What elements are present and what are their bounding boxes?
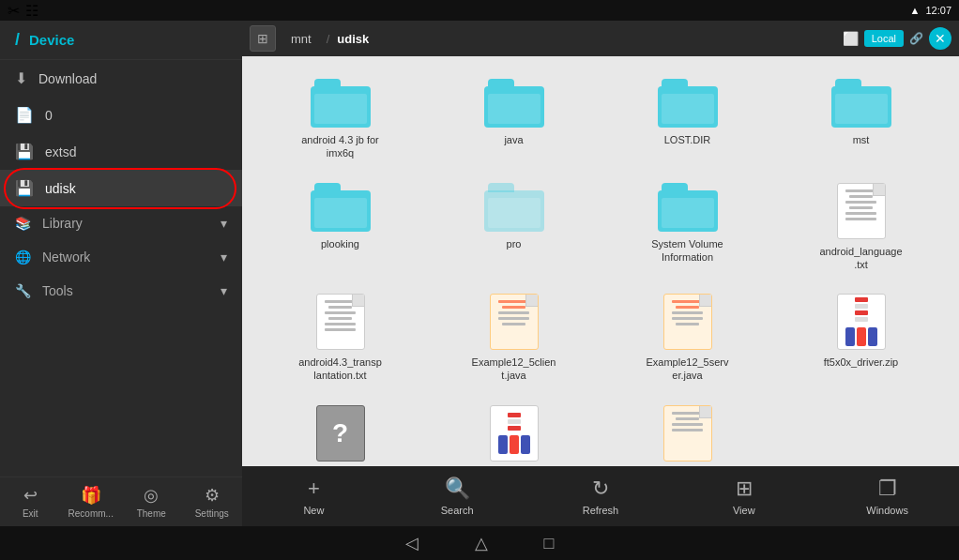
sidebar-item-zero[interactable]: 📄 0: [0, 97, 242, 133]
javafile2-icon: [490, 405, 539, 462]
file-item-pro[interactable]: pro: [431, 175, 597, 280]
time-display: 12:07: [925, 5, 951, 16]
windows-button[interactable]: ❐ Windows: [815, 471, 959, 522]
sidebar-section-tools[interactable]: 🔧 Tools ▾: [0, 274, 242, 308]
settings-icon: ⚙: [205, 485, 220, 506]
refresh-label: Refresh: [583, 505, 619, 516]
toolbar-right: ⬜ Local 🔗 ✕: [843, 27, 951, 50]
file-item-example12client[interactable]: Example12_5client.java: [431, 286, 597, 390]
settings-label: Settings: [195, 508, 229, 519]
file-name-java: java: [504, 133, 523, 146]
file-item-android43trans[interactable]: android4.3_transplantation.txt: [257, 286, 423, 390]
file-name-androidlang: android_language.txt: [819, 245, 904, 272]
grid-view-button[interactable]: ⊞: [250, 25, 276, 52]
sidebar: / Device ⬇ Download 📄 0 💾 extsd 💾 udisk …: [0, 21, 242, 526]
file-item-example12server[interactable]: Example12_5server.java: [604, 286, 770, 390]
textfile-icon-android43trans: [316, 294, 365, 350]
file-item-lostdir[interactable]: LOST.DIR: [604, 71, 770, 168]
file-name-android43: android 4.3 jb for imx6q: [298, 133, 383, 160]
refresh-icon: ↻: [592, 477, 609, 501]
theme-icon: ◎: [144, 485, 159, 506]
javafile-icon-client: [490, 294, 539, 350]
file-item-unknown1[interactable]: ?: [257, 398, 423, 466]
network-chevron: ▾: [221, 250, 227, 265]
view-icon: ⊞: [736, 477, 753, 501]
file-name-systemvolume: System Volume Information: [646, 237, 730, 265]
home-button[interactable]: △: [475, 533, 488, 553]
file-item-android43[interactable]: android 4.3 jb for imx6q: [257, 71, 423, 168]
exit-icon: ↩: [23, 485, 38, 506]
folder-icon-lostdir: [658, 79, 718, 128]
file-toolbar: ⊞ mnt / udisk ⬜ Local 🔗 ✕: [242, 21, 959, 56]
exit-button[interactable]: ↩ Exit: [0, 477, 61, 526]
sidebar-item-extsd[interactable]: 💾 extsd: [0, 133, 242, 170]
file-item-javafile3[interactable]: [604, 398, 770, 466]
tablet-icon: ⬜: [843, 31, 859, 46]
textfile-icon-androidlang: [837, 183, 886, 239]
file-icon-zero: 📄: [15, 106, 34, 124]
file-area: ⊞ mnt / udisk ⬜ Local 🔗 ✕: [242, 21, 959, 526]
recommend-label: Recomm...: [68, 508, 114, 519]
sidebar-item-download[interactable]: ⬇ Download: [0, 60, 242, 97]
link-icon: 🔗: [909, 32, 923, 45]
recommend-button[interactable]: 🎁 Recomm...: [61, 477, 122, 526]
file-item-javafile2[interactable]: [431, 398, 597, 466]
file-name-pro: pro: [507, 237, 522, 250]
udisk-icon: 💾: [15, 179, 34, 197]
file-item-ft5x0x[interactable]: ft5x0x_driver.zip: [778, 286, 944, 390]
view-button[interactable]: ⊞ View: [672, 471, 815, 522]
search-button[interactable]: 🔍 Search: [386, 471, 529, 522]
file-name-plooking: plooking: [321, 237, 359, 250]
sidebar-label-download: Download: [38, 71, 97, 86]
theme-button[interactable]: ◎ Theme: [121, 477, 182, 526]
new-icon: +: [308, 477, 320, 501]
file-item-androidlang[interactable]: android_language.txt: [778, 175, 944, 280]
file-item-java[interactable]: java: [431, 71, 597, 168]
file-item-mst[interactable]: mst: [778, 71, 944, 168]
folder-icon-mst: [831, 79, 891, 128]
new-button[interactable]: + New: [242, 471, 386, 522]
path-udisk[interactable]: udisk: [337, 32, 369, 46]
recommend-icon: 🎁: [81, 485, 101, 506]
local-button[interactable]: Local: [864, 30, 904, 47]
status-bar: ✂ ☷ ▲ 12:07: [0, 0, 959, 21]
exit-label: Exit: [23, 508, 38, 519]
file-name-example12server: Example12_5server.java: [646, 356, 730, 383]
sidebar-item-udisk[interactable]: 💾 udisk: [0, 170, 242, 206]
back-button[interactable]: ◁: [405, 533, 419, 553]
recent-button[interactable]: □: [544, 534, 555, 553]
scissor-icon: ✂: [8, 2, 20, 20]
path-mnt[interactable]: mnt: [283, 28, 319, 50]
view-label: View: [733, 505, 755, 516]
grid-icon: ☷: [25, 2, 38, 20]
file-item-plooking[interactable]: plooking: [257, 175, 423, 280]
tools-label: Tools: [42, 283, 73, 298]
tools-chevron: ▾: [221, 283, 227, 298]
sidebar-label-udisk: udisk: [45, 181, 76, 196]
download-icon: ⬇: [15, 69, 27, 87]
network-icon: 🌐: [15, 250, 31, 265]
file-name-mst: mst: [853, 133, 870, 146]
sidebar-label-extsd: extsd: [45, 144, 76, 159]
device-header: / Device: [0, 21, 242, 60]
file-name-example12client: Example12_5client.java: [472, 356, 556, 383]
refresh-button[interactable]: ↻ Refresh: [529, 471, 673, 522]
search-label: Search: [441, 505, 474, 516]
main-area: / Device ⬇ Download 📄 0 💾 extsd 💾 udisk …: [0, 21, 959, 526]
folder-icon-systemvolume: [658, 183, 718, 232]
sidebar-section-network[interactable]: 🌐 Network ▾: [0, 240, 242, 274]
sidebar-section-library[interactable]: 📚 Library ▾: [0, 206, 242, 240]
unknownfile-icon-1: ?: [316, 405, 365, 462]
close-button[interactable]: ✕: [929, 27, 951, 50]
javafile-icon-server: [663, 294, 712, 350]
sidebar-label-zero: 0: [45, 108, 53, 123]
nav-bar: ◁ △ □: [0, 526, 959, 560]
folder-icon-android43: [311, 79, 371, 128]
windows-label: Windows: [866, 505, 908, 516]
settings-button[interactable]: ⚙ Settings: [182, 477, 243, 526]
library-chevron: ▾: [221, 216, 227, 231]
file-item-systemvolume[interactable]: System Volume Information: [604, 175, 770, 280]
udisk-highlight-circle: [4, 168, 236, 209]
search-icon: 🔍: [445, 477, 470, 501]
extsd-icon: 💾: [15, 143, 34, 160]
